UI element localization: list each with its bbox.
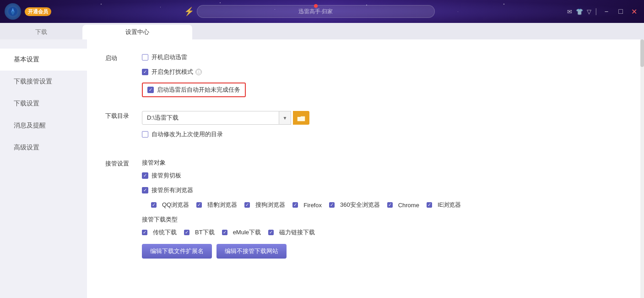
browser-ie: IE浏览器	[427, 201, 461, 209]
browser-sogou-label: 搜狗浏览器	[255, 201, 285, 209]
maximize-button[interactable]: □	[616, 6, 625, 17]
scrollbar-track	[640, 39, 644, 298]
notification-dot	[314, 4, 318, 8]
takeover-section: 接管设置 接管对象 接管剪切板 接管所有浏览器 QQ浏览器	[105, 159, 626, 259]
browser-360-checkbox[interactable]	[329, 202, 335, 208]
close-button[interactable]: ✕	[629, 6, 639, 17]
autoresume-highlighted-row: 启动迅雷后自动开始未完成任务	[142, 83, 246, 97]
browser-ie-checkbox[interactable]	[427, 202, 432, 208]
auto-modify-row: 自动修改为上次使用的目录	[142, 130, 626, 138]
thunder-icon: ⚡	[184, 6, 194, 17]
type-traditional-checkbox[interactable]	[142, 230, 147, 235]
mail-icon[interactable]: ✉	[567, 8, 572, 15]
browser-leopard-checkbox[interactable]	[196, 202, 202, 208]
app-logo	[5, 3, 21, 20]
takeover-content: 接管对象 接管剪切板 接管所有浏览器 QQ浏览器	[142, 159, 626, 259]
browser-chrome-checkbox[interactable]	[387, 202, 393, 208]
main-content: 基本设置 下载接管设置 下载设置 消息及提醒 高级设置 启动 开机启动迅雷	[0, 39, 644, 298]
autoresume-checkbox[interactable]	[147, 87, 154, 93]
autoresume-label: 启动迅雷后自动开始未完成任务	[157, 86, 240, 94]
nodisturb-checkbox[interactable]	[142, 69, 148, 75]
download-dir-content: D:\迅雷下载 ▼ 自动修改为上次使用的目录	[142, 111, 626, 145]
download-dir-row: D:\迅雷下载 ▼	[142, 111, 626, 125]
browser-sogou: 搜狗浏览器	[244, 201, 285, 209]
title-bar-center: ⚡ 迅雷高手·归家	[51, 5, 567, 18]
clipboard-checkbox[interactable]	[142, 172, 148, 179]
edit-exclude-button[interactable]: 编辑不接管下载网站	[216, 244, 287, 259]
browser-sogou-checkbox[interactable]	[244, 202, 250, 208]
type-emule-checkbox[interactable]	[222, 230, 227, 235]
nodisturb-info-icon[interactable]: ⓘ	[195, 69, 202, 75]
sidebar-item-download-settings[interactable]: 下载设置	[0, 93, 87, 115]
browser-chrome: Chrome	[387, 202, 419, 209]
nodisturb-row: 开启免打扰模式 ⓘ	[142, 68, 626, 76]
browser-qq-checkbox[interactable]	[151, 202, 157, 208]
browser-firefox-checkbox[interactable]	[292, 202, 298, 208]
scrollbar-thumb[interactable]	[640, 39, 644, 67]
browser-firefox: Firefox	[292, 202, 322, 209]
takeover-label: 接管设置	[105, 159, 142, 259]
title-bar-left: 开通会员	[0, 3, 51, 20]
dir-dropdown-button[interactable]: ▼	[279, 111, 291, 125]
title-bar-right: ✉ 👕 ▽ | － □ ✕	[567, 6, 644, 17]
search-bar[interactable]: 迅雷高手·归家	[197, 5, 435, 18]
browser-ie-label: IE浏览器	[438, 201, 461, 209]
browser-360-label: 360安全浏览器	[340, 201, 380, 209]
sidebar-item-download-manage[interactable]: 下载接管设置	[0, 71, 87, 93]
browser-qq-label: QQ浏览器	[162, 201, 189, 209]
type-bt-checkbox[interactable]	[184, 230, 189, 235]
dir-folder-button[interactable]	[293, 111, 309, 125]
tab-download[interactable]: 下载	[0, 25, 82, 39]
browsers-row: QQ浏览器 猎豹浏览器 搜狗浏览器 Firefox	[151, 201, 626, 209]
svg-rect-5	[297, 116, 301, 117]
all-browsers-checkbox[interactable]	[142, 187, 148, 193]
sidebar-item-notifications[interactable]: 消息及提醒	[0, 115, 87, 137]
startup-content: 开机启动迅雷 开启免打扰模式 ⓘ 启动迅雷后自动开始未完成任务	[142, 53, 626, 97]
type-bt-label: BT下载	[195, 228, 215, 237]
auto-modify-label: 自动修改为上次使用的目录	[152, 130, 223, 138]
startup-section: 启动 开机启动迅雷 开启免打扰模式 ⓘ 启动迅雷后自动开始未完成任务	[105, 53, 626, 97]
action-buttons: 编辑下载文件扩展名 编辑不接管下载网站	[142, 244, 626, 259]
type-bt: BT下载	[184, 228, 215, 237]
all-browsers-row: 接管所有浏览器	[142, 186, 626, 194]
content-area: 启动 开机启动迅雷 开启免打扰模式 ⓘ 启动迅雷后自动开始未完成任务	[87, 39, 644, 298]
clipboard-row: 接管剪切板	[142, 171, 626, 180]
browser-leopard-label: 猎豹浏览器	[207, 201, 237, 209]
sidebar: 基本设置 下载接管设置 下载设置 消息及提醒 高级设置	[0, 39, 87, 298]
download-types-row: 传统下载 BT下载 eMule下载 磁力链接下载	[142, 228, 626, 237]
browser-firefox-label: Firefox	[303, 202, 322, 209]
startup-label: 启动	[105, 53, 142, 97]
vip-badge[interactable]: 开通会员	[25, 7, 51, 16]
title-bar: 开通会员 ⚡ 迅雷高手·归家 ✉ 👕 ▽ | － □ ✕	[0, 0, 644, 23]
browser-leopard: 猎豹浏览器	[196, 201, 237, 209]
autostart-checkbox[interactable]	[142, 54, 148, 61]
takeover-target-label: 接管对象	[142, 159, 626, 167]
sidebar-item-basic[interactable]: 基本设置	[0, 49, 87, 71]
tab-settings[interactable]: 设置中心	[82, 25, 192, 39]
auto-modify-checkbox[interactable]	[142, 131, 148, 138]
type-traditional-label: 传统下载	[153, 228, 177, 237]
browser-360: 360安全浏览器	[329, 201, 380, 209]
type-magnet: 磁力链接下载	[268, 228, 315, 237]
sidebar-item-advanced[interactable]: 高级设置	[0, 137, 87, 159]
type-emule: eMule下载	[222, 228, 261, 237]
download-types-label: 接管下载类型	[142, 215, 626, 224]
autostart-label: 开机启动迅雷	[152, 53, 187, 61]
dir-path-input[interactable]: D:\迅雷下载	[142, 111, 279, 125]
separator: |	[595, 7, 597, 16]
tab-bar: 下载 设置中心	[0, 23, 644, 39]
edit-ext-button[interactable]: 编辑下载文件扩展名	[142, 244, 212, 259]
browser-chrome-label: Chrome	[398, 202, 419, 209]
nodisturb-label: 开启免打扰模式	[152, 68, 193, 76]
search-bar-text: 迅雷高手·归家	[203, 8, 429, 16]
type-traditional: 传统下载	[142, 228, 177, 237]
nav-icon[interactable]: ▽	[587, 8, 591, 15]
type-magnet-checkbox[interactable]	[268, 230, 274, 235]
type-magnet-label: 磁力链接下载	[279, 228, 315, 237]
minimize-button[interactable]: －	[601, 6, 612, 17]
all-browsers-label: 接管所有浏览器	[152, 186, 193, 194]
shirt-icon[interactable]: 👕	[576, 8, 583, 15]
download-dir-label: 下载目录	[105, 111, 142, 145]
browser-qq: QQ浏览器	[151, 201, 189, 209]
type-emule-label: eMule下载	[233, 228, 261, 237]
